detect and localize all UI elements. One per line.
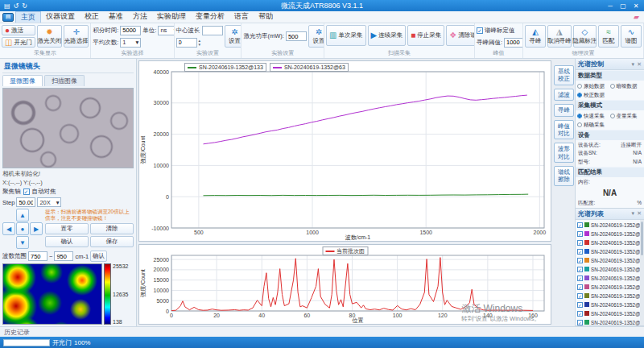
history-bar[interactable]: 历史记录 <box>0 326 644 337</box>
redo-icon[interactable]: ↻ <box>22 2 27 10</box>
menu-tab-仪器设置[interactable]: 仪器设置 <box>41 11 80 23</box>
close-button[interactable]: ✕ <box>630 2 642 10</box>
item-checkbox[interactable]: ✓ <box>577 222 583 228</box>
match-button[interactable]: ≈匹配 <box>598 25 619 48</box>
legend-item[interactable]: SN-20240619-1352@133 <box>184 63 266 72</box>
single-acquire-button[interactable]: ▥单次采集 <box>326 25 365 46</box>
move-up-button[interactable]: ▲ <box>16 209 29 222</box>
step-input[interactable] <box>16 197 35 207</box>
spectra-list-item[interactable]: ✓SN-20240619-1352@47 <box>576 274 644 283</box>
list-scrollbar[interactable] <box>640 220 644 325</box>
radio-option[interactable]: 变量采集 <box>610 111 643 120</box>
confirm-button[interactable]: 确认 <box>45 236 89 247</box>
average-count-select[interactable]: 1▾ <box>120 38 141 48</box>
menu-tab-校正[interactable]: 校正 <box>80 11 104 23</box>
move-down-button[interactable]: ▼ <box>16 236 29 249</box>
wavelength-step-input[interactable] <box>176 38 197 48</box>
spectra-list-item[interactable]: ✓SN-20240619-1352@35 <box>576 309 644 318</box>
spectra-list-item[interactable]: ✓SN-20240619-1352@38 <box>576 300 644 309</box>
pin-icon[interactable]: ▾ <box>632 61 635 68</box>
find-peak-button[interactable]: ◭寻峰 <box>525 25 546 48</box>
zero-button[interactable]: 置零 <box>45 223 89 234</box>
image-tab[interactable]: 扫描图像 <box>44 75 85 86</box>
pin-icon[interactable]: ▾ <box>632 210 635 217</box>
radio-option[interactable]: 暗噪数据 <box>610 81 643 90</box>
radio-option[interactable]: 原始数据 <box>577 81 610 90</box>
spectra-list-item[interactable]: ✓SN-20240619-1352@44 <box>576 283 644 292</box>
item-checkbox[interactable]: ✓ <box>577 293 583 299</box>
unit-select[interactable]: ns▾ <box>158 26 174 35</box>
move-right-button[interactable]: ▶ <box>30 222 43 235</box>
menu-tab-主页[interactable]: 主页 <box>15 11 41 23</box>
main-spectrum-chart[interactable]: SN-20240619-1352@133SN-20240619-1352@63 … <box>138 60 551 242</box>
menu-tab-方法[interactable]: 方法 <box>128 11 152 23</box>
shutter-open-button[interactable]: ◫开光门 <box>2 37 35 48</box>
maximize-button[interactable]: ▢ <box>617 2 630 10</box>
laser-activate-button[interactable]: ●激活 <box>2 25 35 35</box>
peak-mark-checkbox[interactable]: ✓ <box>477 27 483 34</box>
spectra-list-item[interactable]: ✓SN-20240619-1352@63 <box>576 230 644 238</box>
range-from-input[interactable] <box>28 251 47 261</box>
close-panel-icon[interactable]: ✕ <box>637 210 642 217</box>
side-button[interactable]: 寻峰 <box>554 104 574 116</box>
spectra-list-item[interactable]: ✓SN-20240619-1352@50 <box>576 265 644 274</box>
side-button[interactable]: 基线校正 <box>554 65 574 85</box>
peak-threshold-input[interactable] <box>504 38 523 48</box>
file-menu-button[interactable]: ▤ <box>2 13 14 22</box>
radio-option[interactable]: 校正数据 <box>577 90 610 99</box>
item-checkbox[interactable]: ✓ <box>577 284 583 290</box>
move-center-button[interactable]: ● <box>16 222 29 235</box>
scrollbar-thumb[interactable] <box>641 222 643 255</box>
settings-button[interactable]: ✲设置 <box>225 25 242 48</box>
side-button[interactable]: 滤波 <box>554 89 574 101</box>
item-checkbox[interactable]: ✓ <box>577 240 583 246</box>
side-button[interactable]: 波形对比 <box>554 143 574 163</box>
clear-spectrum-button[interactable]: ❖清除谱图 <box>446 25 475 46</box>
spectra-list-item[interactable]: ✓SN-20240619-1352@32 <box>576 318 644 325</box>
objective-zoom-select[interactable]: 20X▾ <box>37 197 61 207</box>
continuous-acquire-button[interactable]: ▶连续采集 <box>368 25 407 46</box>
item-checkbox[interactable]: ✓ <box>577 302 583 308</box>
undo-icon[interactable]: ↺ <box>14 2 19 10</box>
item-checkbox[interactable]: ✓ <box>577 320 583 325</box>
side-button[interactable]: 谱线擦除 <box>554 166 574 186</box>
side-button[interactable]: 峰值对比 <box>554 120 574 140</box>
radio-option[interactable]: 精确采集 <box>577 120 610 129</box>
menu-tab-实验助理[interactable]: 实验助理 <box>152 11 191 23</box>
stop-acquire-button[interactable]: ■停止采集 <box>407 25 444 46</box>
item-checkbox[interactable]: ✓ <box>577 311 583 317</box>
item-checkbox[interactable]: ✓ <box>577 258 583 263</box>
save-button[interactable]: 保存 <box>90 236 134 247</box>
menu-tab-语言[interactable]: 语言 <box>229 11 254 23</box>
center-wavelength-input[interactable] <box>202 26 223 35</box>
beam-select-button[interactable]: ✛光路选择 <box>64 25 89 48</box>
spectra-list-item[interactable]: ✓SN-20240619-1352@133 <box>576 221 644 230</box>
menu-tab-变量分析[interactable]: 变量分析 <box>191 11 229 23</box>
spectra-list-item[interactable]: ✓SN-20240619-1352@53 <box>576 256 644 265</box>
minimize-button[interactable]: ─ <box>604 2 617 10</box>
spectra-list-item[interactable]: ✓SN-20240619-1352@59 <box>576 238 644 247</box>
spectra-list-item[interactable]: ✓SN-20240619-1352@56 <box>576 247 644 256</box>
legend-item[interactable]: SN-20240619-1352@63 <box>270 63 349 72</box>
item-checkbox[interactable]: ✓ <box>577 276 583 281</box>
menu-tab-基准[interactable]: 基准 <box>104 11 128 23</box>
cancel-peak-button[interactable]: ◮取消寻峰 <box>547 25 571 48</box>
laser-power-settings-button[interactable]: ✲设置 <box>308 25 324 48</box>
item-checkbox[interactable]: ✓ <box>577 249 583 255</box>
move-left-button[interactable]: ◀ <box>2 222 15 235</box>
menu-tab-帮助[interactable]: 帮助 <box>254 11 278 23</box>
integration-time-input[interactable] <box>120 26 141 35</box>
image-tab[interactable]: 显微图像 <box>2 75 43 86</box>
range-confirm-button[interactable]: 确认 <box>90 251 107 262</box>
item-checkbox[interactable]: ✓ <box>577 231 583 237</box>
eraser-icon[interactable]: ▰ <box>634 13 639 21</box>
laser-off-button[interactable]: ✹激光关闭 <box>37 25 62 48</box>
close-panel-icon[interactable]: ✕ <box>637 61 642 68</box>
item-checkbox[interactable]: ✓ <box>577 267 583 272</box>
range-to-input[interactable] <box>54 251 73 261</box>
autofocus-checkbox[interactable]: ✓ <box>23 188 30 195</box>
spinner-arrows-icon[interactable]: ▴▾ <box>199 39 201 47</box>
hide-marks-button[interactable]: ◇隐藏标注 <box>573 25 597 48</box>
spectra-list-item[interactable]: ✓SN-20240619-1352@41 <box>576 292 644 300</box>
radio-option[interactable]: 快速采集 <box>577 111 610 120</box>
